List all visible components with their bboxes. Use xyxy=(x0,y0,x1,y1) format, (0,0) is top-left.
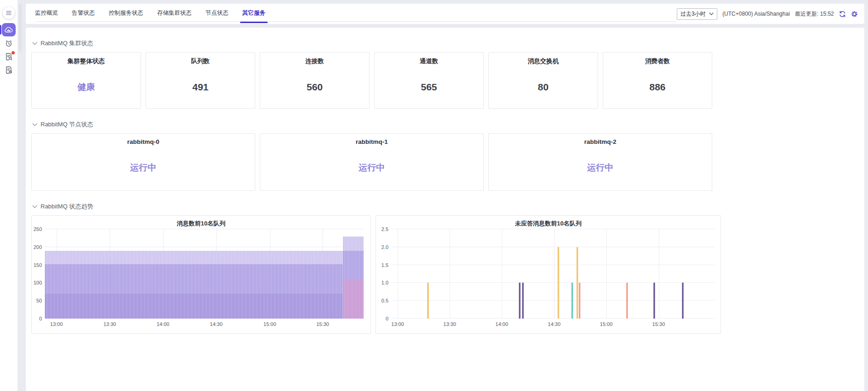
card-value: 565 xyxy=(375,65,483,108)
chart-bar xyxy=(576,247,578,319)
card-queue-count: 队列数 491 xyxy=(146,52,255,109)
tab-list: 监控概览 告警状态 控制服务状态 存储集群状态 节点状态 其它服务 xyxy=(35,4,677,24)
x-axis-tick-label: 13:30 xyxy=(443,321,456,327)
chart-bar xyxy=(626,283,628,319)
card-rabbitmq-1: rabbitmq-1 运行中 xyxy=(260,133,484,191)
chevron-down-icon xyxy=(32,123,37,126)
menu-toggle-button[interactable] xyxy=(3,7,15,19)
chart-plot-area[interactable]: 00.51.01.52.02.513:0013:3014:0014:3015:0… xyxy=(391,229,715,319)
card-rabbitmq-2: rabbitmq-2 运行中 xyxy=(488,133,712,191)
x-axis-tick-label: 15:00 xyxy=(600,321,613,327)
chart-gridline xyxy=(659,229,659,319)
section-header-status-trend[interactable]: RabbitMQ 状态趋势 xyxy=(32,202,864,211)
chart-bar xyxy=(571,283,573,319)
x-axis-tick-label: 13:30 xyxy=(103,321,116,327)
chart-bar-band xyxy=(343,279,364,319)
card-title: 消费者数 xyxy=(603,57,712,65)
chart-gridline xyxy=(398,229,398,319)
card-cluster-health: 集群整体状态 健康 xyxy=(31,52,141,109)
card-rabbitmq-0: rabbitmq-0 运行中 xyxy=(31,133,255,191)
card-title: rabbitmq-0 xyxy=(32,138,255,145)
last-update-label: 最近更新: 15:52 xyxy=(795,10,834,18)
sidebar xyxy=(0,0,18,391)
chart-gridline xyxy=(45,247,364,247)
topbar-controls: 过去3小时 (UTC+0800) Asia/Shanghai 最近更新: 15:… xyxy=(677,4,858,24)
card-value: 80 xyxy=(489,65,598,108)
card-value: 运行中 xyxy=(260,145,483,190)
chart-unacked-top10: 未应答消息数前10名队列 00.51.01.52.02.513:0013:301… xyxy=(375,215,721,334)
sidebar-item-monitor-dashboard[interactable] xyxy=(2,23,16,36)
section-title: RabbitMQ 集群状态 xyxy=(41,39,93,47)
x-axis-tick-label: 14:00 xyxy=(495,321,508,327)
y-axis-tick-label: 1.5 xyxy=(381,262,388,268)
sidebar-scrollbar[interactable] xyxy=(19,4,22,52)
chart-plot-area[interactable]: 05010015020025013:0013:3014:0014:3015:00… xyxy=(45,229,364,319)
card-value: 886 xyxy=(603,65,712,108)
active-item-indicator xyxy=(0,25,1,35)
card-value: 560 xyxy=(260,65,369,108)
y-axis-tick-label: 250 xyxy=(34,226,42,232)
section-title: RabbitMQ 状态趋势 xyxy=(41,202,93,211)
time-range-select[interactable]: 过去3小时 xyxy=(677,8,717,20)
sidebar-item-inspection-report[interactable] xyxy=(5,53,13,61)
chart-gridline xyxy=(391,282,715,283)
tab-control-service-status[interactable]: 控制服务状态 xyxy=(109,9,143,19)
card-value: 运行中 xyxy=(489,145,712,190)
chart-gridline xyxy=(391,300,715,301)
chart-title: 未应答消息数前10名队列 xyxy=(376,219,721,228)
chart-bar xyxy=(682,283,684,319)
x-axis-tick-label: 15:30 xyxy=(317,321,329,327)
card-value: 491 xyxy=(146,65,255,108)
x-axis-tick-label: 14:30 xyxy=(548,321,561,327)
y-axis-tick-label: 2.5 xyxy=(381,226,388,232)
y-axis-tick-label: 0 xyxy=(386,316,388,321)
tab-storage-cluster-status[interactable]: 存储集群状态 xyxy=(157,9,192,19)
chart-gridline xyxy=(45,229,364,229)
settings-button[interactable] xyxy=(851,11,858,18)
chart-gridline xyxy=(502,229,502,319)
section-header-node-status[interactable]: RabbitMQ 节点状态 xyxy=(32,120,864,129)
trend-charts: 消息数前10名队列 05010015020025013:0013:3014:00… xyxy=(31,215,721,334)
time-range-value: 过去3小时 xyxy=(680,10,706,18)
chart-bar xyxy=(579,283,581,319)
sidebar-item-alarm[interactable] xyxy=(5,39,13,47)
tab-other-services[interactable]: 其它服务 xyxy=(242,9,265,19)
chart-gridline xyxy=(391,265,715,265)
cluster-status-cards: 集群整体状态 健康 队列数 491 连接数 560 通道数 565 消息交换机 … xyxy=(31,52,712,109)
refresh-button[interactable] xyxy=(839,11,846,18)
tab-alert-status[interactable]: 告警状态 xyxy=(72,9,95,19)
document-clock-icon xyxy=(5,66,13,74)
alarm-clock-icon xyxy=(5,39,13,47)
chart-bar xyxy=(653,283,655,319)
node-status-cards: rabbitmq-0 运行中 rabbitmq-1 运行中 rabbitmq-2… xyxy=(31,133,712,191)
chart-title: 消息数前10名队列 xyxy=(32,219,370,228)
card-title: rabbitmq-2 xyxy=(489,138,712,145)
y-axis-tick-label: 0 xyxy=(39,316,42,321)
refresh-icon xyxy=(839,11,846,18)
card-title: 消息交换机 xyxy=(489,57,598,65)
y-axis-tick-label: 1.0 xyxy=(381,280,388,285)
chart-gridline xyxy=(606,229,607,319)
x-axis-tick-label: 13:00 xyxy=(391,321,404,327)
sidebar-item-scheduled-report[interactable] xyxy=(5,66,13,74)
card-value: 运行中 xyxy=(32,145,255,190)
chevron-down-icon xyxy=(32,205,37,208)
x-axis-tick-label: 15:30 xyxy=(652,321,665,327)
top-tab-bar: 监控概览 告警状态 控制服务状态 存储集群状态 节点状态 其它服务 过去3小时 … xyxy=(26,4,864,24)
chart-gridline xyxy=(391,247,715,247)
chevron-down-icon xyxy=(709,12,714,15)
chart-gridline xyxy=(391,318,715,319)
timezone-label: (UTC+0800) Asia/Shanghai xyxy=(722,11,790,17)
gear-icon xyxy=(851,11,858,18)
card-title: 集群整体状态 xyxy=(32,57,141,65)
card-title: 队列数 xyxy=(146,57,255,65)
section-header-cluster-status[interactable]: RabbitMQ 集群状态 xyxy=(32,39,864,47)
red-dot-badge xyxy=(12,51,15,54)
tab-monitor-overview[interactable]: 监控概览 xyxy=(35,9,58,19)
card-connection-count: 连接数 560 xyxy=(260,52,369,109)
chart-bar-band xyxy=(45,294,364,319)
y-axis-tick-label: 100 xyxy=(34,280,42,285)
chart-gridline xyxy=(450,229,450,319)
tab-node-status[interactable]: 节点状态 xyxy=(205,9,229,19)
card-title: 通道数 xyxy=(375,57,483,65)
